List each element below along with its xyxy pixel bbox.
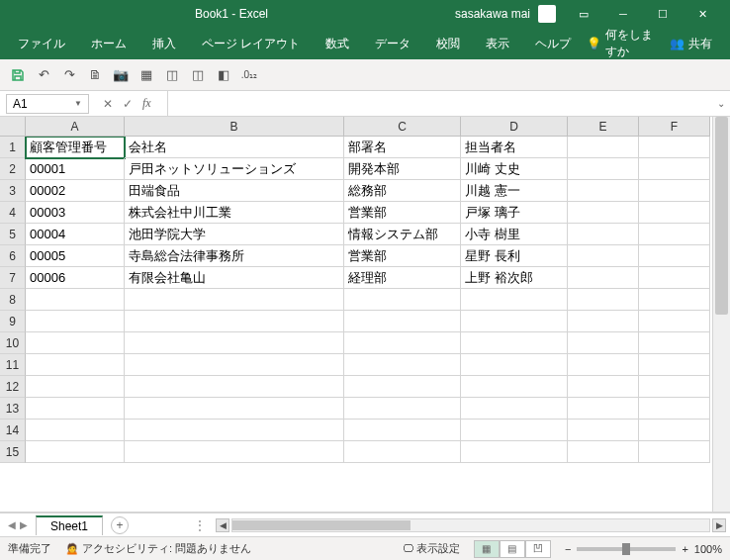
cell[interactable]	[461, 376, 568, 398]
row-header[interactable]: 3	[0, 180, 26, 202]
cell[interactable]: 部署名	[344, 137, 461, 158]
cell[interactable]	[568, 332, 639, 354]
col-header[interactable]: C	[344, 117, 461, 137]
cell[interactable]	[26, 332, 125, 354]
cell[interactable]	[639, 398, 710, 420]
horizontal-scrollbar[interactable]	[231, 518, 710, 532]
cell[interactable]: 株式会社中川工業	[125, 202, 344, 224]
tab-layout[interactable]: ページ レイアウト	[190, 30, 312, 58]
tab-view[interactable]: 表示	[474, 30, 521, 58]
close-button[interactable]: ✕	[683, 8, 722, 21]
row-header[interactable]: 2	[0, 158, 26, 180]
cell[interactable]	[461, 420, 568, 441]
ribbon-options-icon[interactable]: ▭	[564, 8, 603, 21]
cell[interactable]: 00003	[26, 202, 125, 224]
cell[interactable]	[639, 289, 710, 311]
cell[interactable]	[568, 180, 639, 202]
cell[interactable]	[568, 289, 639, 311]
cell[interactable]	[125, 332, 344, 354]
cell[interactable]: 川越 憲一	[461, 180, 568, 202]
cell[interactable]	[639, 354, 710, 376]
cell[interactable]	[568, 311, 639, 332]
cell[interactable]	[568, 267, 639, 289]
cell[interactable]: 営業部	[344, 245, 461, 267]
tab-home[interactable]: ホーム	[79, 30, 138, 58]
cell[interactable]	[639, 202, 710, 224]
zoom-level[interactable]: 100%	[694, 543, 722, 555]
cell[interactable]	[461, 354, 568, 376]
scroll-right-icon[interactable]: ▶	[712, 518, 726, 532]
zoom-slider[interactable]	[577, 547, 676, 551]
cell[interactable]	[344, 354, 461, 376]
indent-left-icon[interactable]: ◫	[162, 65, 182, 85]
cell[interactable]	[125, 420, 344, 441]
col-header[interactable]: A	[26, 117, 125, 137]
cell[interactable]: 営業部	[344, 202, 461, 224]
cell[interactable]	[125, 376, 344, 398]
cell[interactable]	[568, 441, 639, 463]
cell[interactable]: 田端食品	[125, 180, 344, 202]
cell[interactable]	[26, 311, 125, 332]
tool-icon[interactable]: ▦	[137, 65, 156, 85]
avatar[interactable]	[538, 5, 556, 23]
cell[interactable]	[344, 376, 461, 398]
cell[interactable]	[568, 398, 639, 420]
cell[interactable]: 総務部	[344, 180, 461, 202]
cell[interactable]	[461, 332, 568, 354]
minimize-button[interactable]: ─	[603, 8, 643, 20]
col-header[interactable]: F	[639, 117, 710, 137]
sort-icon[interactable]: ◧	[214, 65, 233, 85]
row-header[interactable]: 7	[0, 267, 26, 289]
scroll-left-icon[interactable]: ◀	[216, 518, 229, 532]
cell[interactable]	[26, 420, 125, 441]
indent-right-icon[interactable]: ◫	[188, 65, 208, 85]
cell[interactable]: 00001	[26, 158, 125, 180]
cell[interactable]	[344, 332, 461, 354]
cell[interactable]: 開発本部	[344, 158, 461, 180]
cell[interactable]	[568, 376, 639, 398]
tab-insert[interactable]: 挿入	[140, 30, 188, 58]
accept-formula-icon[interactable]: ✓	[123, 97, 133, 111]
cell[interactable]: 戸田ネットソリューションズ	[125, 158, 344, 180]
fx-icon[interactable]: fx	[142, 96, 157, 111]
view-normal-button[interactable]: ▦	[474, 540, 500, 558]
cell[interactable]	[461, 289, 568, 311]
cell[interactable]	[344, 398, 461, 420]
select-all-corner[interactable]	[0, 117, 26, 137]
cell[interactable]	[568, 354, 639, 376]
col-header[interactable]: D	[461, 117, 568, 137]
accessibility-status[interactable]: 🙍 アクセシビリティ: 問題ありません	[65, 541, 251, 556]
cell[interactable]	[344, 289, 461, 311]
save-icon[interactable]	[8, 65, 28, 85]
tab-file[interactable]: ファイル	[6, 30, 77, 58]
cell[interactable]	[125, 398, 344, 420]
cell[interactable]	[639, 441, 710, 463]
cell[interactable]	[26, 441, 125, 463]
cell[interactable]	[125, 289, 344, 311]
cell[interactable]	[639, 332, 710, 354]
cell[interactable]	[26, 398, 125, 420]
cell[interactable]: 00004	[26, 224, 125, 245]
cell[interactable]: 上野 裕次郎	[461, 267, 568, 289]
cell[interactable]	[26, 289, 125, 311]
cell[interactable]	[461, 311, 568, 332]
tab-help[interactable]: ヘルプ	[523, 30, 583, 58]
cell[interactable]	[639, 420, 710, 441]
cell[interactable]	[568, 224, 639, 245]
cell[interactable]: 小寺 樹里	[461, 224, 568, 245]
display-settings[interactable]: 🖵 表示設定	[403, 541, 460, 556]
cancel-formula-icon[interactable]: ✕	[103, 97, 113, 111]
cell[interactable]	[639, 376, 710, 398]
zoom-out-button[interactable]: −	[565, 543, 571, 555]
row-header[interactable]: 12	[0, 376, 26, 398]
tab-review[interactable]: 校閲	[424, 30, 472, 58]
row-header[interactable]: 8	[0, 289, 26, 311]
tab-formula[interactable]: 数式	[314, 30, 361, 58]
row-header[interactable]: 10	[0, 332, 26, 354]
row-header[interactable]: 6	[0, 245, 26, 267]
cell[interactable]: 川崎 丈史	[461, 158, 568, 180]
row-header[interactable]: 1	[0, 137, 26, 158]
add-sheet-button[interactable]: +	[111, 516, 129, 534]
cell[interactable]	[568, 245, 639, 267]
redo-icon[interactable]: ↷	[59, 65, 79, 85]
